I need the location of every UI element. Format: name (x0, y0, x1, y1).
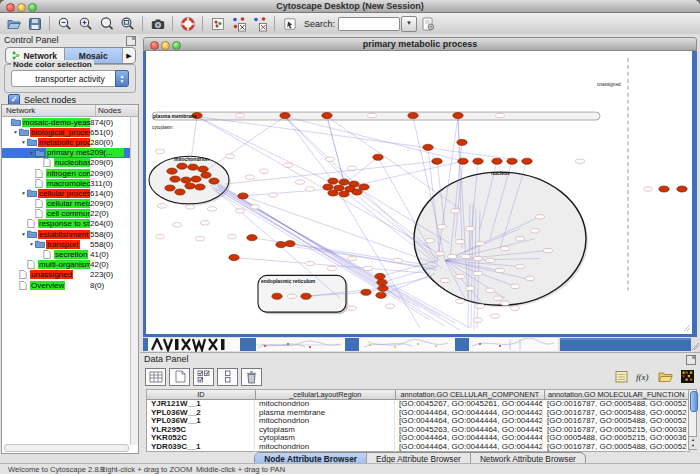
graph-label-oval[interactable] (644, 187, 653, 191)
graph-node[interactable] (272, 293, 282, 299)
expand-arrow-icon[interactable]: ▼ (20, 139, 27, 145)
new-attribute-icon[interactable] (169, 368, 190, 386)
column-header-region[interactable]: _cellularLayoutRegion (256, 390, 396, 399)
panel-resize-grip[interactable] (692, 343, 699, 350)
network-tree-row[interactable]: ▼cellular process614(0) (2, 188, 131, 198)
table-row[interactable]: YPL036W__1mitochondrion[GO:0044464, GO:0… (147, 417, 689, 426)
graph-label-oval[interactable] (386, 304, 395, 308)
formula-icon[interactable]: f(x) (634, 369, 653, 385)
window-minimize-button[interactable] (161, 41, 170, 50)
graph-node[interactable] (301, 293, 311, 299)
graph-label-oval[interactable] (462, 254, 471, 258)
graph-node[interactable] (659, 186, 669, 192)
window-close-button[interactable] (150, 41, 159, 50)
window-zoom-button[interactable] (172, 41, 181, 50)
table-scrollbar[interactable]: ▲▼ (688, 389, 697, 450)
graph-node[interactable] (167, 168, 177, 174)
graph-node[interactable] (177, 163, 187, 169)
graph-label-oval[interactable] (296, 180, 305, 184)
graph-label-oval[interactable] (173, 223, 182, 227)
expand-arrow-icon[interactable]: ▼ (28, 241, 35, 247)
graph-node[interactable] (375, 273, 385, 279)
graph-node[interactable] (677, 186, 687, 192)
expand-arrow-icon[interactable]: ▼ (20, 231, 27, 237)
window-resize-grip[interactable] (684, 325, 690, 331)
network-tree-row[interactable]: ▼transport558(0) (2, 239, 131, 249)
graph-node[interactable] (408, 112, 418, 118)
open-file-icon[interactable] (3, 15, 24, 33)
table-row[interactable]: YJR121W__1mitochondrion[GO:0045267, GO:0… (147, 400, 689, 409)
graph-node[interactable] (238, 193, 248, 199)
graph-label-oval[interactable] (441, 278, 450, 282)
float-panel-icon[interactable] (126, 36, 136, 46)
graph-node[interactable] (507, 158, 517, 164)
graph-label-oval[interactable] (438, 225, 447, 229)
expand-arrow-icon[interactable]: ▼ (20, 190, 27, 196)
graph-node[interactable] (198, 166, 208, 172)
unselect-attributes-icon[interactable] (217, 368, 238, 386)
graph-label-oval[interactable] (348, 306, 357, 310)
matrix-icon[interactable] (678, 369, 697, 385)
network-tree-row[interactable]: unassigned223(0) (2, 270, 131, 280)
graph-node[interactable] (188, 164, 198, 170)
graph-label-oval[interactable] (474, 256, 483, 260)
birdseye-network-icon[interactable] (207, 15, 228, 33)
graph-label-oval[interactable] (196, 236, 205, 240)
network-tree-row[interactable]: cellular metabo209(0) (2, 199, 131, 209)
network-tree-row[interactable]: cell communicat22(0) (2, 209, 131, 219)
tree-horizontal-scrollbar[interactable] (4, 444, 129, 452)
graph-node[interactable] (432, 158, 442, 164)
graph-label-oval[interactable] (306, 261, 315, 265)
graph-label-oval[interactable] (536, 215, 545, 219)
network-tree-row[interactable]: response to stimulu264(0) (2, 219, 131, 229)
zoom-window-button[interactable] (28, 3, 37, 12)
graph-node[interactable] (328, 178, 338, 184)
graph-node[interactable] (458, 158, 468, 164)
graph-node[interactable] (378, 285, 388, 291)
graph-node[interactable] (323, 184, 333, 190)
network-tree-row[interactable]: secretion41(0) (2, 249, 131, 259)
graph-label-oval[interactable] (496, 113, 505, 117)
network-tree-row[interactable]: mosaic-demo-yeast874(0) (2, 117, 131, 127)
graph-label-oval[interactable] (156, 235, 165, 239)
graph-label-oval[interactable] (516, 236, 525, 240)
graph-label-oval[interactable] (516, 264, 525, 268)
graph-node[interactable] (195, 184, 205, 190)
graph-node[interactable] (229, 254, 239, 260)
graph-label-oval[interactable] (491, 314, 500, 318)
network-canvas[interactable]: plasma membrane cytoplasm mitochondrion … (143, 51, 697, 337)
graph-label-oval[interactable] (306, 187, 315, 191)
graph-label-oval[interactable] (476, 241, 485, 245)
save-icon[interactable] (24, 15, 45, 33)
graph-label-oval[interactable] (576, 159, 585, 163)
search-dropdown-icon[interactable]: ▼ (401, 16, 417, 32)
graph-label-oval[interactable] (186, 205, 195, 209)
graph-node[interactable] (280, 112, 290, 118)
graph-label-oval[interactable] (501, 246, 510, 250)
table-row[interactable]: YDR039C__1mitochondrion[GO:0044464, GO:0… (147, 443, 689, 452)
zoom-selected-icon[interactable] (96, 15, 117, 33)
graph-label-oval[interactable] (251, 205, 260, 209)
graph-node[interactable] (423, 144, 433, 150)
minimize-button[interactable] (17, 3, 26, 12)
tab-overflow-arrow-icon[interactable]: ▶ (123, 48, 135, 63)
graph-node[interactable] (181, 177, 191, 183)
help-lifesaver-icon[interactable] (177, 15, 198, 33)
graph-label-oval[interactable] (348, 166, 357, 170)
graph-label-oval[interactable] (486, 258, 495, 262)
select-attributes-icon[interactable] (193, 368, 214, 386)
import-folder-icon[interactable] (656, 369, 675, 385)
graph-label-oval[interactable] (456, 299, 465, 303)
tree-vertical-scrollbar[interactable] (130, 117, 138, 445)
table-row[interactable]: YLR295Ccytoplasm[GO:0045263, GO:0044464,… (147, 426, 689, 435)
graph-node[interactable] (377, 279, 387, 285)
graph-label-oval[interactable] (474, 318, 483, 322)
graph-node[interactable] (170, 176, 180, 182)
graph-label-oval[interactable] (544, 248, 553, 252)
close-button[interactable] (6, 3, 15, 12)
graph-label-oval[interactable] (511, 284, 520, 288)
network-tree-row[interactable]: ▼establishment of lo558(0) (2, 229, 131, 239)
notepad-icon[interactable] (612, 369, 631, 385)
save-table-icon[interactable] (145, 368, 166, 386)
table-row[interactable]: YPL036W__2plasma membrane[GO:0044464, GO… (147, 409, 689, 418)
